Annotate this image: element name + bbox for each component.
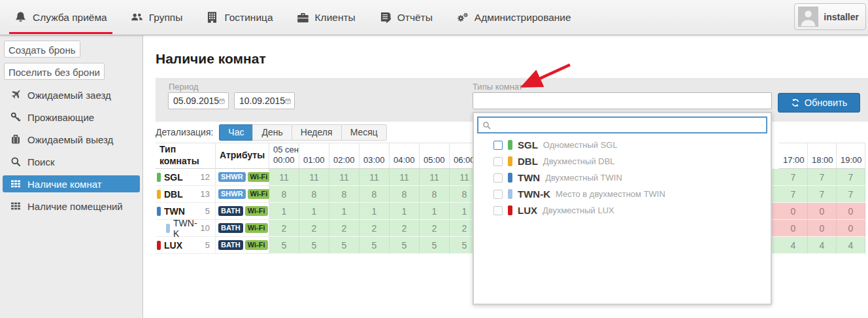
attr-badge: Wi-Fi: [248, 172, 271, 182]
attr-badge: BATH: [218, 206, 243, 216]
availability-cell: 1: [269, 203, 299, 220]
dropdown-option[interactable]: TWN Двухместный TWIN: [474, 169, 771, 186]
detalization-tab[interactable]: Час: [219, 124, 253, 141]
availability-cell: 8: [420, 186, 450, 203]
date-from-input[interactable]: 05.09.2015 7: [168, 92, 229, 109]
dropdown-option[interactable]: SGL Одноместный SGL: [474, 137, 771, 153]
grid-icon: [10, 201, 21, 211]
attr-badge: BATH: [218, 223, 243, 233]
checkbox[interactable]: [493, 173, 503, 183]
attributes-cell: SHWRWi-Fi: [216, 169, 269, 186]
availability-cell: 8: [269, 186, 299, 203]
room-count: 10: [201, 223, 215, 233]
users-icon: [131, 11, 143, 24]
sidebar-item[interactable]: Ожидаемый выезд: [3, 131, 140, 148]
sidebar-button[interactable]: Поселить без брони: [4, 63, 105, 80]
sidebar-button[interactable]: Создать бронь: [4, 41, 80, 58]
dropdown-search-box[interactable]: [477, 116, 767, 133]
dropdown-options-list: SGL Одноместный SGL DBL Двухместный DBL …: [474, 137, 771, 219]
room-count: 5: [205, 206, 215, 216]
room-types-combobox[interactable]: [473, 92, 772, 109]
key-icon: [10, 112, 21, 122]
sidebar-item[interactable]: Ожидаемый заезд: [3, 86, 140, 103]
nav-item[interactable]: Клиенты: [297, 0, 356, 35]
availability-cell: 0: [779, 203, 808, 220]
calendar-icon: 7: [219, 97, 225, 105]
availability-cell: 2: [299, 220, 329, 237]
checkbox[interactable]: [493, 206, 503, 215]
availability-cell: 1: [359, 203, 390, 220]
detalization-control: Детализация: ЧасДеньНеделяМесяц: [156, 127, 387, 137]
sidebar-item[interactable]: Наличие помещений: [3, 198, 140, 215]
room-color-pill: [157, 173, 161, 182]
availability-cell: 0: [808, 203, 837, 220]
room-color-pill: [157, 190, 161, 199]
availability-cell: 2: [269, 220, 299, 237]
availability-cell: 7: [808, 169, 837, 186]
dropdown-option[interactable]: DBL Двухместный DBL: [474, 153, 771, 169]
page-title: Наличие комнат: [156, 51, 266, 67]
checkbox[interactable]: [493, 157, 503, 166]
detalization-tab[interactable]: Месяц: [341, 124, 387, 141]
availability-cell: 5: [299, 237, 329, 254]
nav-item[interactable]: Служба приёма: [14, 0, 107, 35]
sidebar-item[interactable]: Поиск: [3, 153, 140, 170]
nav-item[interactable]: Группы: [131, 0, 183, 35]
room-type-description: Двухместный DBL: [543, 156, 615, 166]
availability-cell: 8: [329, 186, 359, 203]
sidebar-item[interactable]: Наличие комнат: [3, 175, 140, 192]
room-color-pill: [508, 205, 512, 215]
attr-badge: Wi-Fi: [245, 206, 268, 216]
checkbox[interactable]: [493, 190, 503, 199]
refresh-icon: [791, 98, 800, 107]
dropdown-option[interactable]: LUX Двухместный LUX: [474, 202, 771, 219]
room-type-code: DBL: [518, 156, 538, 167]
svg-text:7: 7: [221, 100, 223, 103]
availability-cell: 5: [390, 237, 420, 254]
col-header-hour: 03:00: [359, 143, 390, 169]
attr-badge: SHWR: [218, 189, 246, 199]
main-nav: Служба приёма Группы Гостиница Клиенты О…: [0, 0, 595, 35]
availability-cell: 8: [359, 186, 390, 203]
date-to-input[interactable]: 10.09.2015 7: [234, 92, 295, 109]
col-header-room-type: Тип комнаты: [156, 143, 216, 169]
availability-cell: 11: [420, 169, 450, 186]
detalization-tab[interactable]: Неделя: [292, 124, 342, 141]
nav-item[interactable]: Отчёты: [379, 0, 433, 35]
attr-badge: Wi-Fi: [248, 189, 271, 199]
detalization-tab[interactable]: День: [252, 124, 292, 141]
col-header-hour: 05 сен00:00: [269, 143, 299, 169]
col-header-hour: 17:00: [779, 143, 808, 169]
room-type-description: Двухместный LUX: [542, 205, 614, 215]
building-icon: [206, 11, 218, 24]
availability-cell: 2: [329, 220, 359, 237]
sidebar-item[interactable]: Проживающие: [3, 109, 140, 126]
dropdown-option[interactable]: TWN-K Место в двухместном TWIN: [474, 186, 771, 202]
availability-cell: 5: [420, 237, 450, 254]
checkbox[interactable]: [493, 141, 503, 150]
col-header-hour: 01:00: [299, 143, 329, 169]
bell-icon: [14, 11, 27, 24]
room-color-pill: [508, 156, 512, 166]
nav-item[interactable]: Администрирование: [456, 0, 571, 35]
svg-text:7: 7: [287, 100, 289, 103]
user-menu[interactable]: installer: [794, 3, 866, 30]
nav-item[interactable]: Гостиница: [206, 0, 273, 35]
room-color-pill: [157, 241, 161, 250]
room-type-description: Двухместный TWIN: [545, 173, 622, 183]
availability-cell: 2: [390, 220, 420, 237]
availability-cell: 2: [359, 220, 390, 237]
briefcase-icon: [297, 11, 309, 24]
dropdown-search-input[interactable]: [495, 120, 762, 131]
attr-badge: SHWR: [218, 172, 246, 182]
attributes-cell: BATHWi-Fi: [216, 203, 269, 220]
col-header-hour: 19:00: [837, 143, 865, 169]
refresh-button[interactable]: Обновить: [778, 93, 860, 113]
room-type-code: DBL: [164, 189, 183, 200]
availability-cell: 11: [329, 169, 359, 186]
availability-cell: 2: [420, 220, 450, 237]
availability-cell: 5: [329, 237, 359, 254]
period-label: Период: [169, 82, 199, 92]
hotel-pms-app: Служба приёма Группы Гостиница Клиенты О…: [0, 0, 868, 318]
availability-cell: 0: [837, 203, 865, 220]
